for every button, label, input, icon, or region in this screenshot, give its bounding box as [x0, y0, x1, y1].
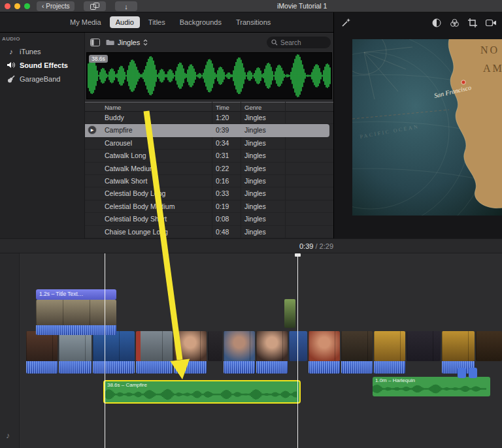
cell-time: 0:16	[216, 175, 229, 187]
crop-icon	[468, 18, 477, 27]
cell-name: Catwalk Short	[105, 175, 147, 187]
sidebar-toggle-button[interactable]	[90, 39, 100, 48]
connected-audio-stub[interactable]	[458, 368, 466, 378]
timeline-video-clip[interactable]	[26, 331, 58, 361]
timeline-clip-waveform[interactable]	[341, 361, 373, 374]
cell-time: 0:33	[216, 187, 229, 200]
column-header-time[interactable]: Time	[216, 104, 229, 111]
timeline-clip-waveform[interactable]	[374, 361, 405, 374]
viewer-video[interactable]: San Francisco NO AME PACIFIC OCEAN	[352, 39, 502, 216]
tab-backgrounds[interactable]: Backgrounds	[174, 16, 227, 28]
cell-time: 0:48	[216, 226, 229, 238]
cell-time: 0:34	[216, 137, 229, 150]
audio-clip-waveform	[105, 389, 297, 400]
projects-button[interactable]: ‹ Projects	[37, 1, 75, 11]
color-correction-button[interactable]	[450, 18, 460, 29]
cell-genre: Jingles	[244, 124, 266, 136]
audio-preview-pane[interactable]: 38.6s	[86, 52, 332, 99]
media-organizer-button[interactable]	[84, 1, 106, 11]
sidebar-item-label: iTunes	[20, 48, 41, 56]
music-note-icon: ♪	[7, 48, 16, 56]
skimmer-playhead[interactable]	[297, 253, 298, 448]
folder-icon	[106, 39, 114, 46]
timeline-video-clip[interactable]	[374, 331, 405, 361]
timeline-video-clip[interactable]	[59, 331, 92, 361]
enhance-button[interactable]	[341, 18, 351, 30]
imovie-window: ‹ Projects ↓ iMovie Tutorial 1 My Media …	[0, 0, 502, 448]
audio-track-row[interactable]: ▶Campfire0:39Jingles	[85, 124, 329, 136]
audio-track-list: Buddy1:20Jingles▶Campfire0:39JinglesCaro…	[85, 112, 333, 238]
column-header-genre[interactable]: Genre	[244, 104, 261, 111]
timeline-video-clip[interactable]	[136, 331, 173, 361]
timeline-clip-waveform[interactable]	[224, 361, 255, 374]
timeline-video-clip[interactable]	[256, 331, 288, 361]
audio-clip-waveform	[373, 384, 486, 394]
sidebar-item-garageband[interactable]: GarageBand	[0, 72, 84, 86]
viewer-toolbar	[432, 18, 497, 29]
timeline-video-clip[interactable]	[341, 331, 373, 361]
column-header-name[interactable]: Name	[105, 104, 121, 111]
tab-my-media[interactable]: My Media	[64, 16, 107, 28]
audio-track-row[interactable]: Catwalk Medium0:22Jingles	[85, 163, 333, 175]
crop-button[interactable]	[468, 18, 477, 29]
timeline-clip-waveform[interactable]	[93, 361, 135, 374]
timeline-video-clip[interactable]	[174, 331, 207, 361]
audio-track-row[interactable]: Chaise Lounge Long0:48Jingles	[85, 226, 333, 238]
collection-name: Jingles	[118, 39, 140, 46]
audio-sidebar: AUDIO ♪ iTunes Sound Effects GarageBand	[0, 33, 85, 238]
search-field[interactable]	[267, 37, 331, 48]
audio-track-row[interactable]: Carousel0:34Jingles	[85, 137, 333, 150]
timeline-video-clip[interactable]	[309, 331, 340, 361]
timeline-video-clip[interactable]	[442, 331, 475, 361]
cell-name: Carousel	[105, 137, 132, 150]
timeline-panel[interactable]: ♪ 1.2s – Title Text… 38.6s – Campfire 1.…	[0, 253, 502, 448]
audio-track-row[interactable]: Catwalk Short0:16Jingles	[85, 175, 333, 187]
timeline-video-clip[interactable]	[407, 331, 441, 361]
back-chevron-icon: ‹	[42, 3, 44, 10]
timeline-audio-clip-harlequin[interactable]: 1.0m – Harlequin	[373, 377, 490, 396]
chevron-updown-icon	[143, 39, 148, 46]
timeline-clip-waveform[interactable]	[26, 361, 58, 374]
cell-time: 0:22	[216, 163, 229, 175]
audio-track-row[interactable]: Celestial Body Medium0:19Jingles	[85, 200, 333, 213]
sidebar-item-sound-effects[interactable]: Sound Effects	[0, 58, 84, 72]
row-play-button[interactable]: ▶	[88, 125, 97, 135]
tab-audio[interactable]: Audio	[110, 16, 140, 28]
sidebar-item-itunes[interactable]: ♪ iTunes	[0, 44, 84, 58]
collection-popup-button[interactable]: Jingles	[106, 37, 148, 48]
connected-clip-small[interactable]	[284, 299, 295, 328]
playhead[interactable]	[105, 253, 105, 448]
timeline-audio-clip-campfire[interactable]: 38.6s – Campfire	[103, 380, 301, 404]
timeline-video-clip[interactable]	[289, 331, 307, 361]
import-media-button[interactable]: ↓	[115, 1, 137, 11]
stabilization-button[interactable]	[486, 19, 497, 29]
timeline-clip-waveform[interactable]	[136, 361, 173, 374]
cell-time: 0:19	[216, 200, 229, 213]
connected-audio-stub[interactable]	[469, 368, 477, 378]
tab-transitions[interactable]: Transitions	[230, 16, 276, 28]
color-balance-button[interactable]	[432, 18, 441, 29]
panel-toggle-icon	[90, 39, 100, 46]
close-window-button[interactable]	[5, 3, 10, 9]
zoom-window-button[interactable]	[24, 3, 30, 9]
search-input[interactable]	[280, 39, 326, 46]
audio-track-row[interactable]: Catwalk Long0:31Jingles	[85, 150, 333, 162]
audio-track-row[interactable]: Celestial Body Long0:33Jingles	[85, 187, 333, 200]
tab-titles[interactable]: Titles	[142, 16, 171, 28]
timeline-clip-waveform[interactable]	[59, 361, 92, 374]
speaker-icon	[7, 61, 16, 69]
cell-genre: Jingles	[244, 226, 266, 238]
audio-track-row[interactable]: Celestial Body Short0:08Jingles	[85, 213, 333, 225]
timeline-clip-waveform[interactable]	[309, 361, 340, 374]
audio-track-row[interactable]: Buddy1:20Jingles	[85, 112, 333, 124]
map-frame: San Francisco NO AME PACIFIC OCEAN	[352, 39, 502, 216]
timeline-video-clip[interactable]	[208, 331, 222, 361]
timeline-clip-waveform[interactable]	[256, 361, 288, 374]
timeline-video-clip[interactable]	[93, 331, 135, 361]
timeline-clip-waveform[interactable]	[174, 361, 207, 374]
cell-time: 0:39	[216, 124, 229, 136]
playhead-handle[interactable]	[295, 253, 301, 257]
timeline-video-clip[interactable]	[476, 331, 502, 361]
timeline-video-clip[interactable]	[224, 331, 255, 361]
minimize-window-button[interactable]	[14, 3, 20, 9]
